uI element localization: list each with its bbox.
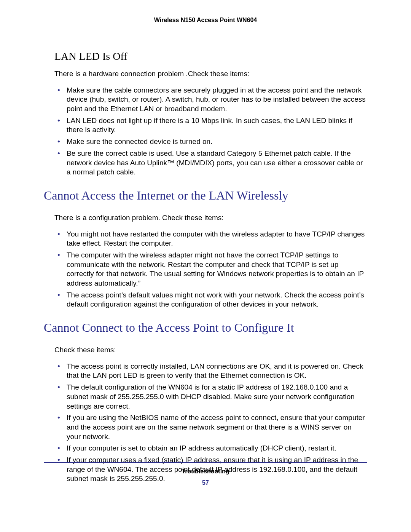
section3-intro: Check these items: — [54, 345, 367, 355]
page-footer: Troubleshooting 57 — [44, 462, 367, 486]
list-item: The access point’s default values might … — [54, 291, 367, 309]
list-item: Make sure the connected device is turned… — [54, 137, 367, 147]
list-item: If you are using the NetBIOS name of the… — [54, 413, 367, 441]
list-item: The default configuration of the WN604 i… — [54, 383, 367, 411]
list-item: The computer with the wireless adapter m… — [54, 251, 367, 288]
section-title-cannot-access-internet: Cannot Access the Internet or the LAN Wi… — [44, 189, 367, 203]
subsection-title-lan-led-off: LAN LED Is Off — [54, 50, 367, 62]
list-item: The access point is correctly installed,… — [54, 362, 367, 380]
list-item: If your computer is set to obtain an IP … — [54, 444, 367, 453]
section2-intro: There is a configuration problem. Check … — [54, 213, 367, 223]
page: Wireless N150 Access Point WN604 LAN LED… — [0, 0, 411, 532]
page-number: 57 — [44, 479, 367, 486]
list-item: Be sure the correct cable is used. Use a… — [54, 149, 367, 177]
footer-rule — [44, 462, 367, 463]
section-title-cannot-connect-ap: Cannot Connect to the Access Point to Co… — [44, 321, 367, 335]
running-header: Wireless N150 Access Point WN604 — [44, 17, 367, 24]
section1-list: Make sure the cable connectors are secur… — [54, 86, 367, 177]
list-item: Make sure the cable connectors are secur… — [54, 86, 367, 114]
section2-list: You might not have restarted the compute… — [54, 230, 367, 310]
list-item: You might not have restarted the compute… — [54, 230, 367, 248]
section1-intro: There is a hardware connection problem .… — [54, 69, 367, 79]
list-item: LAN LED does not light up if there is a … — [54, 116, 367, 135]
footer-label: Troubleshooting — [44, 468, 367, 475]
